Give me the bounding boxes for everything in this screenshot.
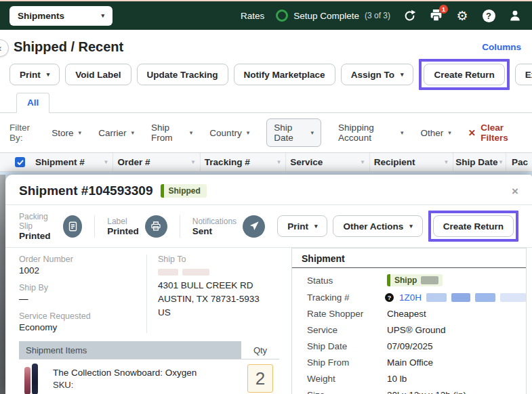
column-header-package[interactable]: Pac xyxy=(506,153,532,171)
ship-to-address-line1: 4301 BULL CREEK RD xyxy=(158,279,285,292)
printer-icon xyxy=(150,221,161,232)
column-header-recipient[interactable]: Recipient ▼ xyxy=(370,153,453,171)
ship-to-label: Ship To xyxy=(158,255,285,264)
clear-filters-label: Clear Filters xyxy=(480,123,523,143)
shipments-nav-dropdown[interactable]: Shipments ▾ xyxy=(9,6,112,26)
packing-slip-icon-circle[interactable] xyxy=(63,215,82,238)
filter-shipping-account[interactable]: Shipping Account ▾ xyxy=(338,123,403,143)
redacted-tracking-block xyxy=(426,293,447,302)
detail-row-rate-shopper: Rate Shopper Cheapest xyxy=(307,309,526,319)
filter-ship-date[interactable]: Ship Date ▾ xyxy=(266,118,321,147)
items-header-title: Shipment Items xyxy=(19,341,241,359)
column-header-shipment[interactable]: Shipment # ▼ xyxy=(31,153,113,171)
assign-to-button[interactable]: Assign To ▾ xyxy=(341,64,414,85)
column-header-order[interactable]: Order # ▼ xyxy=(113,153,200,171)
redacted-status-block xyxy=(421,276,438,284)
print-button[interactable]: Print ▾ xyxy=(9,64,60,85)
column-header-ship-date[interactable]: Ship Date ▼ xyxy=(453,153,506,171)
refresh-button[interactable] xyxy=(402,8,417,23)
help-icon: ? xyxy=(483,9,495,22)
redacted-tracking-block xyxy=(451,293,470,302)
update-tracking-button[interactable]: Update Tracking xyxy=(137,64,228,85)
shipment-detail-panel: Shipment #104593309 Shipped × Packing Sl… xyxy=(5,175,532,394)
columns-link[interactable]: Columns xyxy=(482,39,521,52)
filter-country[interactable]: Country ▾ xyxy=(209,128,249,138)
redacted-recipient-name xyxy=(158,269,285,276)
filter-ship-date-label: Ship Date xyxy=(274,123,306,143)
packing-slip-status: Packing Slip Printed xyxy=(19,212,94,241)
filter-ship-from[interactable]: Ship From ▾ xyxy=(151,123,192,143)
other-actions-button[interactable]: Other Actions ▾ xyxy=(333,215,422,237)
chevron-down-icon: ▾ xyxy=(247,130,250,136)
notifications-status: Notifications Sent xyxy=(180,215,277,238)
ship-to-address-line2: AUSTIN, TX 78731-5933 xyxy=(158,292,285,306)
label-label: Label xyxy=(107,217,139,226)
filter-country-label: Country xyxy=(209,128,241,138)
column-header-tracking[interactable]: Tracking # ▼ xyxy=(201,153,286,171)
sort-arrow-icon: ▼ xyxy=(443,159,449,165)
order-number-label: Order Number xyxy=(19,255,146,264)
panel-action-buttons: Print ▾ Other Actions ▾ Create Return xyxy=(277,211,518,242)
detail-row-service: Service UPS® Ground xyxy=(307,325,526,335)
panel-create-return-button[interactable]: Create Return xyxy=(433,215,514,237)
clear-filters-button[interactable]: ✕ Clear Filters xyxy=(468,123,523,143)
panel-print-button[interactable]: Print ▾ xyxy=(277,215,327,237)
setup-complete-status[interactable]: Setup Complete (3 of 3) xyxy=(276,9,390,22)
print-button-label: Print xyxy=(20,70,41,80)
shipped-status-badge: Shipped xyxy=(161,184,207,198)
snowboard-image-left xyxy=(24,367,30,394)
chevron-down-icon: ▾ xyxy=(448,130,451,136)
settings-button[interactable]: ⚙ xyxy=(455,8,470,23)
close-icon[interactable]: × xyxy=(512,185,518,197)
export-shipments-button[interactable]: Export Shipments xyxy=(515,64,532,85)
chevron-down-icon: ▾ xyxy=(409,223,413,229)
column-header-service[interactable]: Service ▼ xyxy=(286,153,369,171)
account-button[interactable] xyxy=(508,8,523,23)
select-all-checkbox[interactable] xyxy=(15,157,25,167)
detail-row-size: Size 30l x 12w x 12h (in) xyxy=(307,390,526,394)
item-qty-value: 2 xyxy=(247,364,273,393)
notifications-label: Notifications xyxy=(192,217,237,226)
void-label-button[interactable]: Void Label xyxy=(65,64,131,85)
status-badge: Shipp xyxy=(387,274,443,286)
rates-link[interactable]: Rates xyxy=(241,11,264,21)
tab-all[interactable]: All xyxy=(16,93,49,113)
filter-store-label: Store xyxy=(52,128,73,138)
notifications-value: Sent xyxy=(192,226,237,236)
chevron-down-icon: ▾ xyxy=(311,130,314,136)
page-title-row: Shipped / Recent Columns xyxy=(0,30,532,55)
void-label-button-label: Void Label xyxy=(75,70,121,80)
document-status-row: Packing Slip Printed Label Printed xyxy=(5,205,532,247)
notify-marketplace-button[interactable]: Notify Marketplace xyxy=(234,64,335,85)
detail-row-tracking: Tracking # ? 1Z0H xyxy=(307,292,526,303)
print-queue-button[interactable]: 1 xyxy=(428,8,443,23)
order-info-left: Order Number 1002 Ship By — Service Requ… xyxy=(19,255,146,333)
packing-slip-value: Printed xyxy=(19,231,57,241)
panel-title: Shipment #104593309 xyxy=(19,183,153,198)
redacted-tracking-block xyxy=(500,293,526,302)
create-return-button[interactable]: Create Return xyxy=(424,64,504,85)
filter-other[interactable]: Other ▾ xyxy=(421,128,451,138)
item-qty-cell: 2 xyxy=(241,364,279,393)
filter-carrier[interactable]: Carrier ▾ xyxy=(98,128,134,138)
filter-shipping-account-label: Shipping Account xyxy=(338,123,396,143)
order-info-grid: Order Number 1002 Ship By — Service Requ… xyxy=(19,255,285,333)
ship-by-label: Ship By xyxy=(19,283,146,292)
status-badge-label: Shipp xyxy=(390,276,420,285)
panel-print-label: Print xyxy=(287,221,308,232)
tracking-help-icon[interactable]: ? xyxy=(385,293,394,302)
label-icon-circle[interactable] xyxy=(145,215,167,238)
items-qty-header: Qty xyxy=(241,341,279,359)
chevron-down-icon: ▾ xyxy=(47,72,50,78)
create-return-highlight-box: Create Return xyxy=(419,59,509,90)
create-return-button-label: Create Return xyxy=(434,70,494,80)
gear-icon: ⚙ xyxy=(456,9,468,22)
progress-ring-icon xyxy=(276,9,288,22)
chevron-down-icon: ▾ xyxy=(131,130,134,136)
tracking-number-link[interactable]: 1Z0H xyxy=(399,292,422,303)
help-button[interactable]: ? xyxy=(481,8,496,23)
panel-create-return-label: Create Return xyxy=(443,221,504,232)
view-tabs: All xyxy=(16,93,532,112)
filter-store[interactable]: Store ▾ xyxy=(52,128,81,138)
notifications-icon-circle[interactable] xyxy=(243,215,265,238)
